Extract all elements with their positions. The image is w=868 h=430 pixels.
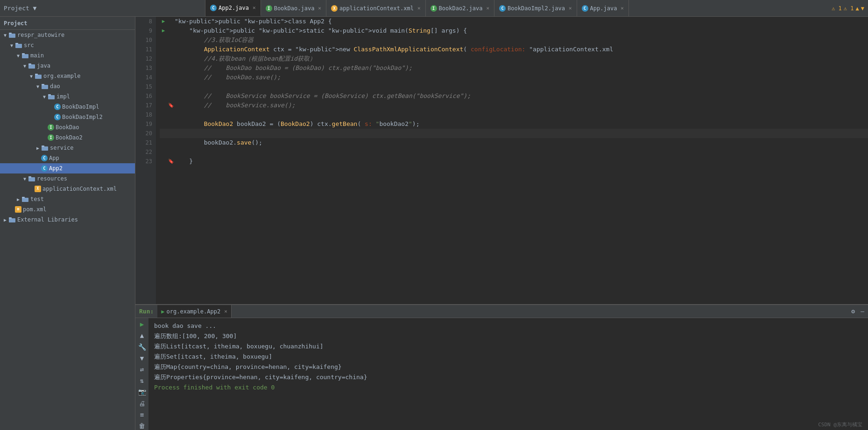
- tab-appjava[interactable]: CApp.java✕: [577, 0, 629, 16]
- code-line-8: ▶"kw-public">public "kw-public">class Ap…: [160, 17, 868, 26]
- code-line-22: [160, 147, 868, 157]
- chevron-up-icon[interactable]: ▲: [856, 5, 859, 12]
- run-tab-close[interactable]: ✕: [224, 308, 227, 314]
- output-line-5: 遍历Properties{province=henan, city=kaifen…: [154, 372, 862, 382]
- line-num-22: 22: [135, 147, 152, 157]
- tab-label-appctx: applicationContext.xml: [339, 5, 414, 12]
- tab-close-appjava[interactable]: ✕: [621, 5, 624, 11]
- tree-item-bookdaoimpl2[interactable]: CBookDaoImpl2: [0, 112, 135, 122]
- run-tab-app2[interactable]: ▶ org.example.App2 ✕: [157, 305, 231, 318]
- tree-item-service[interactable]: ▶service: [0, 143, 135, 153]
- line-num-14: 14: [135, 73, 152, 82]
- tree-item-bookdao2[interactable]: IBookDao2: [0, 132, 135, 143]
- tree-icon-ext_libs: [8, 216, 16, 223]
- tree-item-src[interactable]: ▼src: [0, 40, 135, 50]
- run-scroll-up-button[interactable]: ▲: [137, 331, 147, 340]
- tab-bookdao[interactable]: IBookDao.java✕: [261, 0, 326, 16]
- code-line-12: //4.获取bean（根据bean配置id获取）: [160, 54, 868, 63]
- svg-rect-4: [22, 54, 28, 58]
- line-num-15: 15: [135, 82, 152, 91]
- run-sort-icon[interactable]: ⇅: [137, 376, 147, 385]
- tree-arrow-respr_autowire: ▼: [2, 33, 8, 38]
- tab-close-app2[interactable]: ✕: [253, 5, 256, 11]
- tree-item-impl[interactable]: ▼impl: [0, 91, 135, 102]
- line-num-8: 8: [135, 17, 152, 26]
- code-content[interactable]: ▶"kw-public">public "kw-public">class Ap…: [156, 17, 868, 304]
- tree-item-pom_xml[interactable]: mpom.xml: [0, 204, 135, 215]
- tree-item-respr_autowire[interactable]: ▼respr_autowire: [0, 30, 135, 40]
- code-line-10: //3.获取IoC容器: [160, 35, 868, 45]
- line-num-13: 13: [135, 63, 152, 73]
- tree-label-appctx_xml: applicationContext.xml: [42, 186, 117, 192]
- run-wrench-icon[interactable]: 🔧: [137, 342, 147, 351]
- run-play-button[interactable]: ▶: [137, 320, 147, 328]
- tab-bar-left: Project ▼: [0, 0, 205, 16]
- tab-appctx[interactable]: XapplicationContext.xml✕: [326, 0, 426, 16]
- warnings-area: ⚠ 1 ⚠ 1 ▲ ▼: [832, 5, 868, 12]
- run-body: ▶ ▲ 🔧 ▼ ⇄ ⇅ 📷 🖨 ≡ 🗑 book dao save ...遍历数…: [135, 318, 868, 430]
- code-line-21: bookDao2.save();: [160, 138, 868, 147]
- tab-bookdao2[interactable]: IBookDao2.java✕: [426, 0, 495, 16]
- tree-item-appctx_xml[interactable]: XapplicationContext.xml: [0, 184, 135, 194]
- tree-icon-app: C: [41, 155, 48, 161]
- svg-rect-14: [42, 146, 48, 151]
- tree-arrow-ext_libs: ▶: [2, 217, 8, 222]
- project-label: Project ▼: [4, 5, 40, 12]
- chevron-down-icon[interactable]: ▼: [861, 5, 864, 12]
- run-scroll-down-button[interactable]: ▼: [137, 354, 147, 362]
- tree-item-main[interactable]: ▼main: [0, 50, 135, 61]
- tab-icon-bookdaoimpl2: C: [499, 5, 506, 12]
- tree-icon-java: [28, 62, 35, 69]
- code-line-11: ApplicationContext ctx = "kw-public">new…: [160, 45, 868, 54]
- output-line-3: 遍历Set[itcast, itheima, boxuegu]: [154, 352, 862, 362]
- tree-item-app[interactable]: CApp: [0, 153, 135, 163]
- run-btn-9[interactable]: ▶: [160, 26, 167, 35]
- tree-item-ext_libs[interactable]: ▶External Libraries: [0, 215, 135, 225]
- run-btn-8[interactable]: ▶: [160, 17, 167, 26]
- tree-label-test: test: [30, 196, 44, 202]
- bookmark-17: 🔖: [167, 101, 175, 110]
- tree-item-bookdaoimpl[interactable]: CBookDaoImpl: [0, 102, 135, 112]
- tree-item-bookdao[interactable]: IBookDao: [0, 122, 135, 132]
- tab-close-bookdaoimpl2[interactable]: ✕: [569, 5, 572, 11]
- svg-rect-9: [35, 74, 38, 75]
- svg-rect-8: [35, 75, 42, 79]
- code-text-14: // bookDao.save();: [175, 73, 868, 82]
- tab-close-appctx[interactable]: ✕: [417, 5, 421, 11]
- tree-icon-service: [41, 144, 49, 152]
- run-extra1-icon[interactable]: ≡: [137, 410, 147, 419]
- run-trash-icon[interactable]: 🗑: [137, 422, 147, 430]
- line-num-17: 17: [135, 101, 152, 110]
- tab-close-bookdao2[interactable]: ✕: [486, 5, 489, 11]
- line-num-9: 9: [135, 26, 152, 35]
- tree-item-app2[interactable]: CApp2: [0, 163, 135, 173]
- run-minimize-icon[interactable]: —: [861, 308, 864, 315]
- tree-icon-respr_autowire: [8, 31, 16, 39]
- tab-icon-appctx: X: [331, 5, 338, 12]
- tree-label-org_example: org.example: [43, 73, 80, 79]
- code-line-20: [160, 129, 868, 138]
- tree-label-bookdao: BookDao: [56, 124, 79, 131]
- run-print-icon[interactable]: 🖨: [137, 399, 147, 407]
- run-rerun-icon[interactable]: ⇄: [137, 365, 147, 374]
- tree-label-main: main: [30, 52, 44, 59]
- tree-icon-bookdaoimpl2: C: [54, 114, 61, 120]
- tree-item-dao[interactable]: ▼dao: [0, 81, 135, 91]
- tree-label-src: src: [24, 42, 34, 49]
- tree-icon-bookdao2: I: [48, 134, 54, 141]
- tab-app2[interactable]: CApp2.java✕: [205, 0, 261, 16]
- tree-arrow-impl: ▼: [41, 94, 48, 99]
- watermark: CSDN @东离与橘宝: [818, 421, 862, 428]
- tab-bookdaoimpl2[interactable]: CBookDaoImpl2.java✕: [494, 0, 577, 16]
- warning1: ⚠ 1: [832, 5, 842, 12]
- tree-item-java[interactable]: ▼java: [0, 61, 135, 71]
- svg-rect-13: [48, 94, 51, 96]
- tree-arrow-dao: ▼: [35, 84, 41, 89]
- tree-item-test[interactable]: ▶test: [0, 194, 135, 204]
- run-camera-icon[interactable]: 📷: [137, 388, 147, 396]
- sidebar: Project ▼respr_autowire▼src▼main▼java▼or…: [0, 17, 135, 430]
- tree-item-org_example[interactable]: ▼org.example: [0, 71, 135, 81]
- tree-item-resources[interactable]: ▼resources: [0, 173, 135, 184]
- run-settings-icon[interactable]: ⚙: [851, 308, 855, 315]
- tab-close-bookdao[interactable]: ✕: [318, 5, 321, 11]
